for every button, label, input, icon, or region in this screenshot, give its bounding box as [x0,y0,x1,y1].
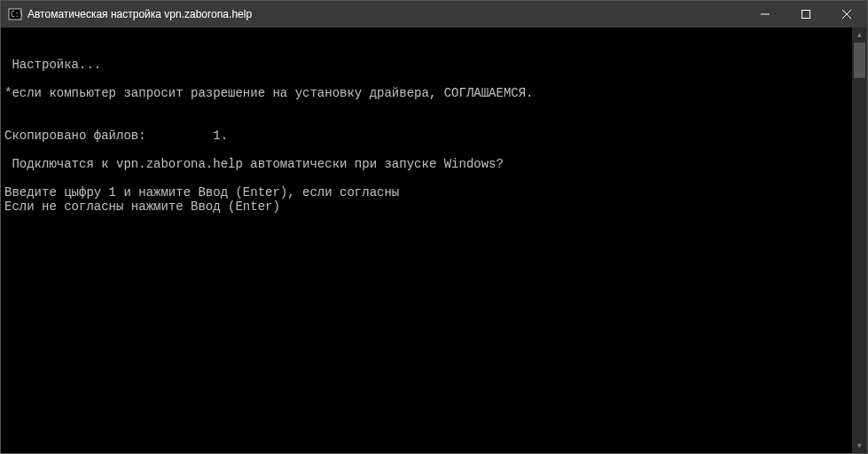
maximize-button[interactable] [786,1,826,27]
vertical-scrollbar[interactable]: ▲ ▼ [852,27,867,453]
svg-rect-3 [802,11,810,19]
cmd-icon: C:\ [8,7,22,21]
scrollbar-thumb[interactable] [854,43,865,78]
console-area: Настройка... *если компьютер запросит ра… [1,27,867,453]
svg-text:C:\: C:\ [11,11,22,19]
window-controls [745,1,867,27]
close-button[interactable] [826,1,867,27]
window-titlebar: C:\ Автоматическая настройка vpn.zaboron… [1,1,867,27]
console-output[interactable]: Настройка... *если компьютер запросит ра… [1,27,867,453]
window-title: Автоматическая настройка vpn.zaborona.he… [27,8,745,20]
scroll-down-arrow[interactable]: ▼ [852,438,867,453]
minimize-button[interactable] [745,1,786,27]
scroll-up-arrow[interactable]: ▲ [852,27,867,43]
